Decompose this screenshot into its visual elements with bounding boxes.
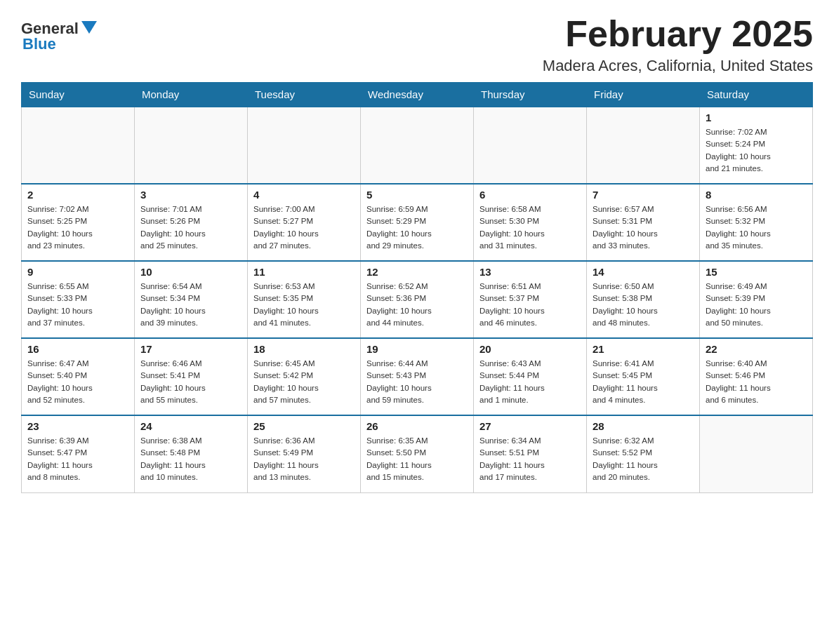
day-of-week-header: Monday <box>135 83 248 107</box>
day-info: Sunrise: 6:43 AMSunset: 5:44 PMDaylight:… <box>479 358 581 406</box>
calendar-day-cell: 25Sunrise: 6:36 AMSunset: 5:49 PMDayligh… <box>248 415 361 492</box>
day-info: Sunrise: 6:50 AMSunset: 5:38 PMDaylight:… <box>593 281 694 329</box>
day-info: Sunrise: 6:56 AMSunset: 5:32 PMDaylight:… <box>706 203 807 252</box>
day-number: 19 <box>366 343 468 355</box>
calendar-table: SundayMondayTuesdayWednesdayThursdayFrid… <box>21 82 813 493</box>
calendar-day-cell: 13Sunrise: 6:51 AMSunset: 5:37 PMDayligh… <box>474 261 587 338</box>
calendar-day-cell: 15Sunrise: 6:49 AMSunset: 5:39 PMDayligh… <box>700 261 813 338</box>
calendar-day-cell <box>361 107 474 184</box>
day-number: 21 <box>593 343 694 355</box>
day-number: 15 <box>706 266 807 278</box>
svg-marker-0 <box>81 21 97 34</box>
day-number: 10 <box>140 266 241 278</box>
day-of-week-header: Friday <box>587 83 700 107</box>
day-info: Sunrise: 6:57 AMSunset: 5:31 PMDaylight:… <box>593 203 694 252</box>
day-number: 11 <box>253 266 355 278</box>
calendar-day-cell: 1Sunrise: 7:02 AMSunset: 5:24 PMDaylight… <box>700 107 813 184</box>
day-info: Sunrise: 7:02 AMSunset: 5:25 PMDaylight:… <box>27 203 128 252</box>
day-of-week-header: Wednesday <box>361 83 474 107</box>
title-block: February 2025 Madera Acres, California, … <box>543 14 813 75</box>
calendar-title: February 2025 <box>543 14 813 54</box>
day-number: 7 <box>593 189 694 201</box>
day-info: Sunrise: 6:36 AMSunset: 5:49 PMDaylight:… <box>253 435 355 483</box>
logo-blue: Blue <box>22 36 56 52</box>
calendar-day-cell <box>474 107 587 184</box>
day-number: 23 <box>27 420 128 432</box>
day-number: 14 <box>593 266 694 278</box>
day-number: 2 <box>27 189 128 201</box>
day-of-week-header: Sunday <box>22 83 135 107</box>
calendar-day-cell: 16Sunrise: 6:47 AMSunset: 5:40 PMDayligh… <box>22 338 135 415</box>
day-number: 6 <box>479 189 581 201</box>
day-number: 12 <box>366 266 468 278</box>
day-info: Sunrise: 6:44 AMSunset: 5:43 PMDaylight:… <box>366 358 468 406</box>
day-number: 1 <box>706 112 807 123</box>
day-info: Sunrise: 6:39 AMSunset: 5:47 PMDaylight:… <box>27 435 128 483</box>
calendar-day-cell: 24Sunrise: 6:38 AMSunset: 5:48 PMDayligh… <box>135 415 248 492</box>
day-number: 22 <box>706 343 807 355</box>
day-number: 3 <box>140 189 241 201</box>
calendar-day-cell: 5Sunrise: 6:59 AMSunset: 5:29 PMDaylight… <box>361 184 474 261</box>
day-info: Sunrise: 6:59 AMSunset: 5:29 PMDaylight:… <box>366 203 468 252</box>
calendar-day-cell: 8Sunrise: 6:56 AMSunset: 5:32 PMDaylight… <box>700 184 813 261</box>
day-number: 20 <box>479 343 581 355</box>
calendar-header-row: SundayMondayTuesdayWednesdayThursdayFrid… <box>22 83 813 107</box>
calendar-day-cell: 4Sunrise: 7:00 AMSunset: 5:27 PMDaylight… <box>248 184 361 261</box>
calendar-day-cell: 17Sunrise: 6:46 AMSunset: 5:41 PMDayligh… <box>135 338 248 415</box>
day-info: Sunrise: 7:01 AMSunset: 5:26 PMDaylight:… <box>140 203 241 252</box>
calendar-day-cell: 10Sunrise: 6:54 AMSunset: 5:34 PMDayligh… <box>135 261 248 338</box>
calendar-day-cell: 20Sunrise: 6:43 AMSunset: 5:44 PMDayligh… <box>474 338 587 415</box>
day-info: Sunrise: 6:47 AMSunset: 5:40 PMDaylight:… <box>27 358 128 406</box>
calendar-day-cell: 22Sunrise: 6:40 AMSunset: 5:46 PMDayligh… <box>700 338 813 415</box>
day-number: 25 <box>253 420 355 432</box>
calendar-week-row: 23Sunrise: 6:39 AMSunset: 5:47 PMDayligh… <box>22 415 813 492</box>
day-number: 24 <box>140 420 241 432</box>
day-number: 13 <box>479 266 581 278</box>
day-info: Sunrise: 6:52 AMSunset: 5:36 PMDaylight:… <box>366 281 468 329</box>
calendar-subtitle: Madera Acres, California, United States <box>543 57 813 75</box>
calendar-day-cell <box>135 107 248 184</box>
day-number: 16 <box>27 343 128 355</box>
calendar-day-cell: 27Sunrise: 6:34 AMSunset: 5:51 PMDayligh… <box>474 415 587 492</box>
calendar-day-cell: 28Sunrise: 6:32 AMSunset: 5:52 PMDayligh… <box>587 415 700 492</box>
day-number: 17 <box>140 343 241 355</box>
calendar-week-row: 2Sunrise: 7:02 AMSunset: 5:25 PMDaylight… <box>22 184 813 261</box>
day-number: 9 <box>27 266 128 278</box>
day-of-week-header: Saturday <box>700 83 813 107</box>
day-info: Sunrise: 6:34 AMSunset: 5:51 PMDaylight:… <box>479 435 581 483</box>
calendar-day-cell <box>587 107 700 184</box>
day-number: 28 <box>593 420 694 432</box>
day-info: Sunrise: 6:40 AMSunset: 5:46 PMDaylight:… <box>706 358 807 406</box>
day-info: Sunrise: 6:46 AMSunset: 5:41 PMDaylight:… <box>140 358 241 406</box>
day-info: Sunrise: 6:53 AMSunset: 5:35 PMDaylight:… <box>253 281 355 329</box>
calendar-week-row: 9Sunrise: 6:55 AMSunset: 5:33 PMDaylight… <box>22 261 813 338</box>
day-number: 4 <box>253 189 355 201</box>
day-info: Sunrise: 6:51 AMSunset: 5:37 PMDaylight:… <box>479 281 581 329</box>
day-number: 27 <box>479 420 581 432</box>
calendar-day-cell: 3Sunrise: 7:01 AMSunset: 5:26 PMDaylight… <box>135 184 248 261</box>
day-info: Sunrise: 6:35 AMSunset: 5:50 PMDaylight:… <box>366 435 468 483</box>
calendar-day-cell <box>248 107 361 184</box>
calendar-day-cell: 12Sunrise: 6:52 AMSunset: 5:36 PMDayligh… <box>361 261 474 338</box>
day-info: Sunrise: 6:49 AMSunset: 5:39 PMDaylight:… <box>706 281 807 329</box>
day-of-week-header: Tuesday <box>248 83 361 107</box>
logo: General Blue <box>21 21 97 52</box>
calendar-day-cell: 14Sunrise: 6:50 AMSunset: 5:38 PMDayligh… <box>587 261 700 338</box>
calendar-week-row: 16Sunrise: 6:47 AMSunset: 5:40 PMDayligh… <box>22 338 813 415</box>
calendar-day-cell: 23Sunrise: 6:39 AMSunset: 5:47 PMDayligh… <box>22 415 135 492</box>
day-info: Sunrise: 6:41 AMSunset: 5:45 PMDaylight:… <box>593 358 694 406</box>
calendar-day-cell <box>700 415 813 492</box>
day-info: Sunrise: 6:32 AMSunset: 5:52 PMDaylight:… <box>593 435 694 483</box>
day-of-week-header: Thursday <box>474 83 587 107</box>
logo-general: General <box>21 21 79 36</box>
calendar-day-cell: 6Sunrise: 6:58 AMSunset: 5:30 PMDaylight… <box>474 184 587 261</box>
day-number: 26 <box>366 420 468 432</box>
calendar-day-cell: 11Sunrise: 6:53 AMSunset: 5:35 PMDayligh… <box>248 261 361 338</box>
day-number: 5 <box>366 189 468 201</box>
calendar-day-cell <box>22 107 135 184</box>
calendar-day-cell: 21Sunrise: 6:41 AMSunset: 5:45 PMDayligh… <box>587 338 700 415</box>
page-header: General Blue February 2025 Madera Acres,… <box>21 14 813 75</box>
calendar-day-cell: 26Sunrise: 6:35 AMSunset: 5:50 PMDayligh… <box>361 415 474 492</box>
calendar-day-cell: 19Sunrise: 6:44 AMSunset: 5:43 PMDayligh… <box>361 338 474 415</box>
logo-triangle-icon <box>81 21 97 34</box>
